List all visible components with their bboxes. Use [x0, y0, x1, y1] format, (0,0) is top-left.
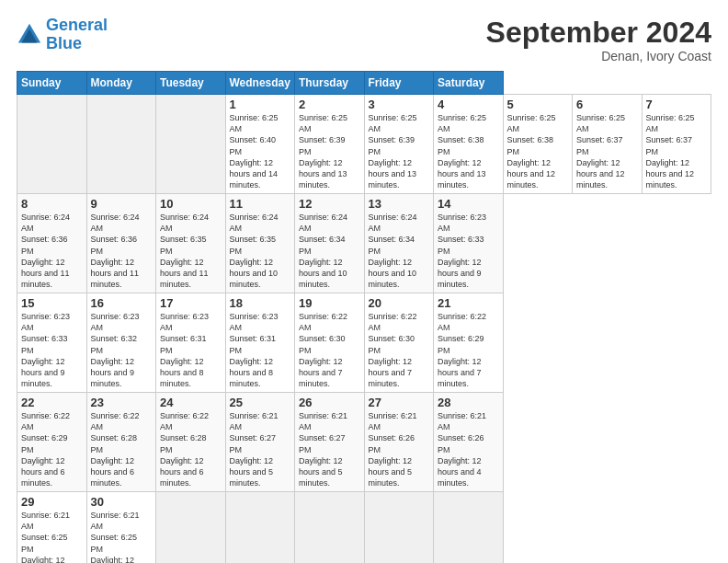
logo-text: GeneralBlue [46, 17, 108, 53]
logo-icon [17, 22, 42, 48]
col-header-wednesday: Wednesday [225, 72, 295, 95]
day-number: 21 [438, 296, 499, 310]
col-header-monday: Monday [86, 72, 156, 95]
calendar-cell: 2Sunrise: 6:25 AMSunset: 6:39 PMDaylight… [295, 95, 365, 194]
day-number: 10 [160, 197, 222, 211]
day-info: Sunrise: 6:24 AMSunset: 6:35 PMDaylight:… [230, 212, 291, 290]
title-block: September 2024 Denan, Ivory Coast [486, 17, 711, 63]
calendar-cell: 29Sunrise: 6:21 AMSunset: 6:25 PMDayligh… [17, 492, 87, 563]
day-info: Sunrise: 6:25 AMSunset: 6:38 PMDaylight:… [507, 112, 569, 190]
calendar-cell: 16Sunrise: 6:23 AMSunset: 6:32 PMDayligh… [86, 293, 156, 393]
day-number: 7 [646, 98, 708, 111]
calendar-cell [225, 492, 295, 563]
calendar-cell: 3Sunrise: 6:25 AMSunset: 6:39 PMDaylight… [364, 95, 434, 194]
calendar-cell: 25Sunrise: 6:21 AMSunset: 6:27 PMDayligh… [225, 393, 295, 492]
day-number: 24 [160, 396, 222, 409]
day-info: Sunrise: 6:24 AMSunset: 6:34 PMDaylight:… [369, 212, 430, 290]
day-number: 29 [21, 495, 83, 509]
day-info: Sunrise: 6:25 AMSunset: 6:37 PMDaylight:… [646, 112, 708, 190]
week-row-3: 15Sunrise: 6:23 AMSunset: 6:33 PMDayligh… [17, 293, 711, 393]
day-number: 22 [21, 396, 83, 409]
col-header-tuesday: Tuesday [156, 72, 226, 95]
day-number: 28 [438, 396, 499, 409]
day-info: Sunrise: 6:24 AMSunset: 6:35 PMDaylight:… [160, 212, 222, 290]
day-info: Sunrise: 6:23 AMSunset: 6:31 PMDaylight:… [230, 311, 291, 389]
calendar-cell: 6Sunrise: 6:25 AMSunset: 6:37 PMDaylight… [573, 95, 643, 194]
calendar-cell: 17Sunrise: 6:23 AMSunset: 6:31 PMDayligh… [156, 293, 226, 393]
calendar-cell [364, 492, 434, 563]
day-number: 8 [21, 197, 83, 211]
day-info: Sunrise: 6:21 AMSunset: 6:25 PMDaylight:… [21, 510, 83, 563]
day-info: Sunrise: 6:24 AMSunset: 6:36 PMDaylight:… [91, 212, 153, 290]
week-row-2: 8Sunrise: 6:24 AMSunset: 6:36 PMDaylight… [17, 194, 711, 293]
day-info: Sunrise: 6:22 AMSunset: 6:28 PMDaylight:… [160, 410, 222, 488]
calendar-cell: 22Sunrise: 6:22 AMSunset: 6:29 PMDayligh… [17, 393, 87, 492]
calendar-cell: 10Sunrise: 6:24 AMSunset: 6:35 PMDayligh… [156, 194, 226, 293]
day-info: Sunrise: 6:22 AMSunset: 6:28 PMDaylight:… [91, 410, 153, 488]
calendar-cell: 28Sunrise: 6:21 AMSunset: 6:26 PMDayligh… [434, 393, 504, 492]
calendar-cell: 19Sunrise: 6:22 AMSunset: 6:30 PMDayligh… [295, 293, 365, 393]
day-number: 17 [160, 296, 222, 310]
calendar-cell: 14Sunrise: 6:23 AMSunset: 6:33 PMDayligh… [434, 194, 504, 293]
week-row-5: 29Sunrise: 6:21 AMSunset: 6:25 PMDayligh… [17, 492, 711, 563]
day-number: 13 [369, 197, 430, 211]
day-info: Sunrise: 6:21 AMSunset: 6:27 PMDaylight:… [299, 410, 360, 488]
day-number: 9 [91, 197, 153, 211]
header: GeneralBlue September 2024 Denan, Ivory … [17, 17, 711, 63]
day-number: 1 [230, 98, 291, 111]
calendar-cell: 11Sunrise: 6:24 AMSunset: 6:35 PMDayligh… [225, 194, 295, 293]
calendar-cell: 4Sunrise: 6:25 AMSunset: 6:38 PMDaylight… [434, 95, 504, 194]
day-info: Sunrise: 6:25 AMSunset: 6:39 PMDaylight:… [369, 112, 430, 190]
day-info: Sunrise: 6:24 AMSunset: 6:36 PMDaylight:… [21, 212, 83, 290]
day-info: Sunrise: 6:21 AMSunset: 6:26 PMDaylight:… [438, 410, 499, 488]
col-header-sunday: Sunday [17, 72, 87, 95]
calendar-cell: 1Sunrise: 6:25 AMSunset: 6:40 PMDaylight… [225, 95, 295, 194]
day-number: 2 [299, 98, 360, 111]
calendar-table: SundayMondayTuesdayWednesdayThursdayFrid… [17, 71, 711, 563]
day-number: 20 [369, 296, 430, 310]
day-number: 23 [91, 396, 153, 409]
calendar-cell [86, 95, 156, 194]
day-info: Sunrise: 6:21 AMSunset: 6:25 PMDaylight:… [91, 510, 153, 563]
calendar-cell: 13Sunrise: 6:24 AMSunset: 6:34 PMDayligh… [364, 194, 434, 293]
calendar-page: GeneralBlue September 2024 Denan, Ivory … [0, 0, 728, 563]
day-info: Sunrise: 6:23 AMSunset: 6:33 PMDaylight:… [438, 212, 499, 290]
calendar-cell: 23Sunrise: 6:22 AMSunset: 6:28 PMDayligh… [86, 393, 156, 492]
calendar-cell [156, 95, 226, 194]
calendar-cell: 24Sunrise: 6:22 AMSunset: 6:28 PMDayligh… [156, 393, 226, 492]
month-title: September 2024 [486, 17, 711, 49]
calendar-cell: 21Sunrise: 6:22 AMSunset: 6:29 PMDayligh… [434, 293, 504, 393]
day-info: Sunrise: 6:22 AMSunset: 6:30 PMDaylight:… [369, 311, 430, 389]
day-number: 5 [507, 98, 569, 111]
day-info: Sunrise: 6:23 AMSunset: 6:32 PMDaylight:… [91, 311, 153, 389]
day-number: 12 [299, 197, 360, 211]
calendar-cell [156, 492, 226, 563]
day-info: Sunrise: 6:22 AMSunset: 6:29 PMDaylight:… [438, 311, 499, 389]
day-info: Sunrise: 6:22 AMSunset: 6:29 PMDaylight:… [21, 410, 83, 488]
day-number: 19 [299, 296, 360, 310]
day-number: 25 [230, 396, 291, 409]
day-number: 26 [299, 396, 360, 409]
col-header-saturday: Saturday [434, 72, 504, 95]
day-info: Sunrise: 6:25 AMSunset: 6:39 PMDaylight:… [299, 112, 360, 190]
day-info: Sunrise: 6:23 AMSunset: 6:33 PMDaylight:… [21, 311, 83, 389]
day-info: Sunrise: 6:25 AMSunset: 6:37 PMDaylight:… [576, 112, 638, 190]
day-info: Sunrise: 6:21 AMSunset: 6:26 PMDaylight:… [369, 410, 430, 488]
day-info: Sunrise: 6:25 AMSunset: 6:38 PMDaylight:… [438, 112, 499, 190]
day-number: 16 [91, 296, 153, 310]
calendar-cell: 7Sunrise: 6:25 AMSunset: 6:37 PMDaylight… [642, 95, 711, 194]
calendar-cell: 5Sunrise: 6:25 AMSunset: 6:38 PMDaylight… [503, 95, 573, 194]
week-row-1: 1Sunrise: 6:25 AMSunset: 6:40 PMDaylight… [17, 95, 711, 194]
calendar-cell: 26Sunrise: 6:21 AMSunset: 6:27 PMDayligh… [295, 393, 365, 492]
day-number: 27 [369, 396, 430, 409]
day-number: 3 [369, 98, 430, 111]
day-number: 30 [91, 495, 153, 509]
day-number: 15 [21, 296, 83, 310]
calendar-cell: 12Sunrise: 6:24 AMSunset: 6:34 PMDayligh… [295, 194, 365, 293]
col-header-friday: Friday [364, 72, 434, 95]
calendar-cell: 8Sunrise: 6:24 AMSunset: 6:36 PMDaylight… [17, 194, 87, 293]
day-number: 14 [438, 197, 499, 211]
calendar-cell: 30Sunrise: 6:21 AMSunset: 6:25 PMDayligh… [86, 492, 156, 563]
calendar-cell: 18Sunrise: 6:23 AMSunset: 6:31 PMDayligh… [225, 293, 295, 393]
calendar-cell [17, 95, 87, 194]
